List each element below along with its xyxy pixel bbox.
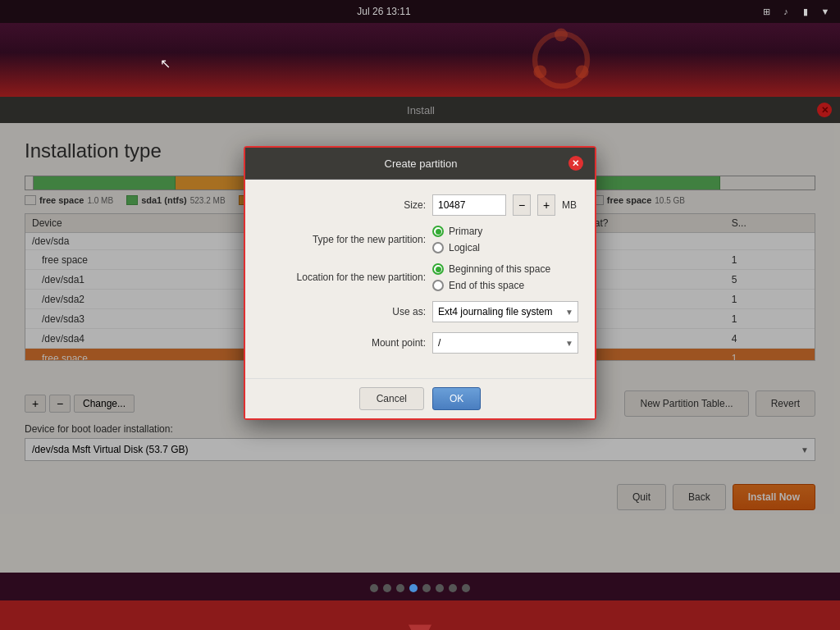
top-bar-right: ⊞ ♪ ▮ ▼	[760, 5, 832, 18]
dialog-mountpoint-label: Mount point:	[262, 337, 426, 349]
dialog-size-row: Size: − + MB	[262, 194, 578, 216]
svg-point-2	[576, 65, 589, 78]
dialog-beginning-radio[interactable]	[432, 263, 444, 275]
dialog-logical-radio[interactable]	[432, 242, 444, 253]
dialog-type-label: Type for the new partition:	[262, 234, 426, 245]
dialog-body: Size: − + MB Type for the new partition:…	[245, 180, 595, 378]
page-dot-4[interactable]	[409, 584, 418, 592]
page-dot-1[interactable]	[370, 584, 378, 592]
dialog-ok-button[interactable]: OK	[432, 387, 481, 410]
dialog-mountpoint-row: Mount point: /	[262, 332, 578, 354]
red-bottom-area: ▼	[0, 600, 840, 630]
dialog-useas-row: Use as: Ext4 journaling file system	[262, 301, 578, 322]
top-bar-datetime: Jul 26 13:11	[8, 6, 760, 17]
dialog-mountpoint-dropdown-wrap: /	[432, 332, 578, 354]
dialog-type-row: Type for the new partition: Primary Logi…	[262, 226, 578, 253]
dialog-mountpoint-select[interactable]: /	[432, 332, 578, 354]
battery-icon[interactable]: ▮	[799, 5, 812, 18]
dialog-close-button[interactable]: ✕	[568, 156, 583, 171]
ubuntu-logo	[528, 27, 594, 93]
cursor: ↖	[160, 56, 170, 71]
page-dot-8[interactable]	[462, 584, 470, 592]
dialog-size-label: Size:	[262, 199, 426, 211]
desktop: ↖	[0, 23, 840, 97]
installer-window: Install ✕ Installation type free space 1…	[0, 97, 840, 573]
page-dot-2[interactable]	[383, 584, 391, 592]
network-icon[interactable]: ⊞	[760, 5, 773, 18]
svg-point-3	[533, 65, 546, 78]
dialog-footer: Cancel OK	[245, 378, 595, 418]
dialog-titlebar: Create partition ✕	[245, 148, 595, 180]
dialog-overlay: Create partition ✕ Size: − + MB Type for…	[0, 97, 840, 573]
volume-icon[interactable]: ♪	[779, 5, 792, 18]
menu-icon[interactable]: ▼	[819, 5, 832, 18]
page-dot-5[interactable]	[422, 584, 431, 592]
down-arrow-icon: ▼	[400, 611, 440, 631]
dialog-primary-label: Primary	[449, 226, 482, 237]
dialog-end-radio[interactable]	[432, 280, 444, 291]
dialog-primary-radio-row: Primary	[432, 226, 482, 237]
page-dots	[0, 573, 840, 600]
dialog-size-plus-button[interactable]: +	[537, 194, 555, 216]
dialog-useas-select[interactable]: Ext4 journaling file system	[432, 301, 578, 322]
dialog-location-row: Location for the new partition: Beginnin…	[262, 263, 578, 291]
create-partition-dialog: Create partition ✕ Size: − + MB Type for…	[244, 146, 596, 420]
dialog-useas-label: Use as:	[262, 306, 426, 317]
dialog-end-radio-row: End of this space	[432, 280, 550, 291]
dialog-beginning-label: Beginning of this space	[449, 263, 550, 275]
page-dot-3[interactable]	[396, 584, 404, 592]
top-bar: Jul 26 13:11 ⊞ ♪ ▮ ▼	[0, 0, 840, 23]
svg-point-1	[555, 29, 568, 42]
dialog-useas-dropdown-wrap: Ext4 journaling file system	[432, 301, 578, 322]
dialog-logical-label: Logical	[449, 242, 480, 253]
dialog-size-unit: MB	[562, 199, 577, 211]
dialog-location-label: Location for the new partition:	[262, 272, 426, 283]
dialog-end-label: End of this space	[449, 280, 524, 291]
dialog-beginning-radio-row: Beginning of this space	[432, 263, 550, 275]
dialog-cancel-button[interactable]: Cancel	[359, 387, 424, 410]
page-dot-6[interactable]	[436, 584, 444, 592]
dialog-size-minus-button[interactable]: −	[513, 194, 531, 216]
page-dot-7[interactable]	[449, 584, 457, 592]
dialog-primary-radio[interactable]	[432, 226, 444, 237]
dialog-logical-radio-row: Logical	[432, 242, 482, 253]
dialog-size-input[interactable]	[432, 194, 506, 216]
dialog-title: Create partition	[385, 158, 458, 170]
